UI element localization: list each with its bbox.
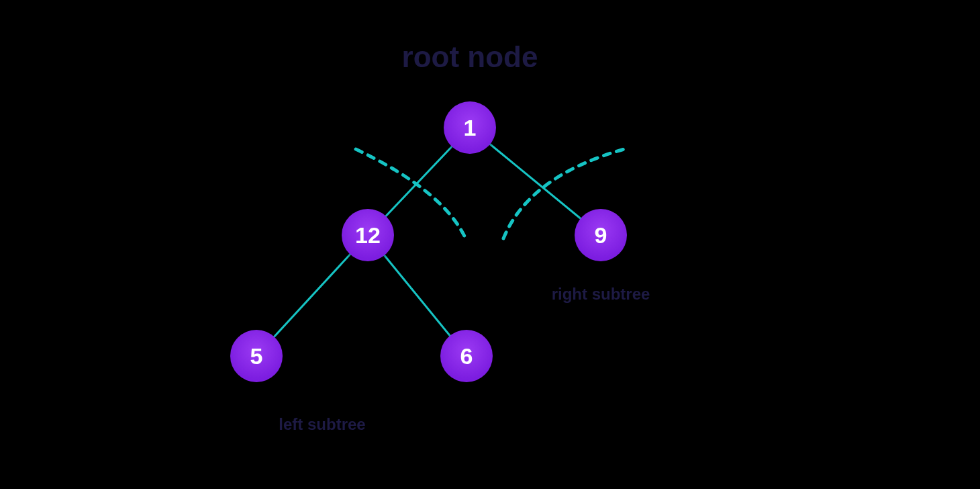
diagram-canvas: root node 1 12 9 5 6 right subtree left … bbox=[0, 0, 980, 489]
node-root: 1 bbox=[444, 101, 496, 154]
node-right: 9 bbox=[575, 209, 627, 261]
node-leaf-6: 6 bbox=[440, 330, 493, 382]
left-subtree-label: left subtree bbox=[279, 415, 365, 434]
root-node-label: root node bbox=[402, 40, 538, 74]
node-left: 12 bbox=[342, 209, 394, 261]
right-subtree-label: right subtree bbox=[552, 285, 650, 304]
node-leaf-5: 5 bbox=[230, 330, 283, 382]
